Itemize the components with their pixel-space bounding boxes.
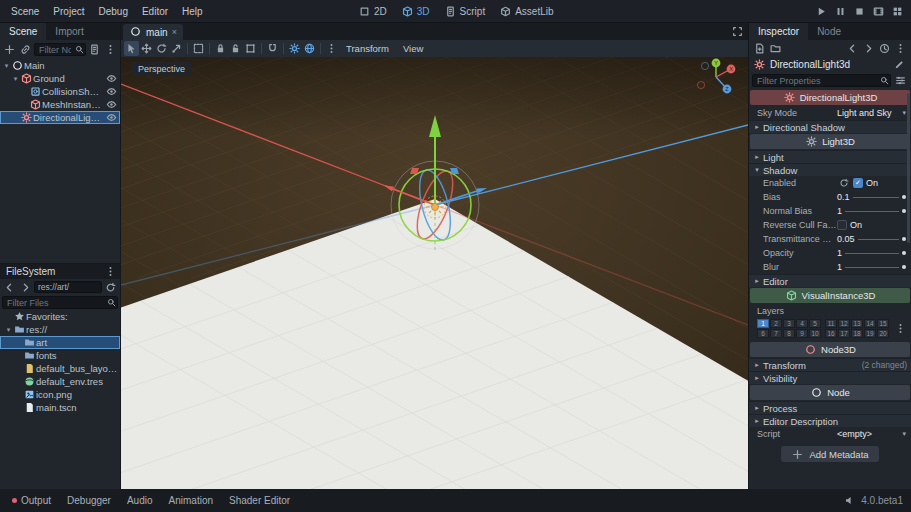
property-value[interactable]: 1: [837, 248, 911, 258]
filesystem-menu-button[interactable]: [103, 264, 118, 279]
scene-node-directionallight3d[interactable]: DirectionalLight3d: [0, 111, 120, 124]
viewport-canvas[interactable]: Y X Z: [121, 57, 748, 489]
plus-button[interactable]: [2, 42, 17, 57]
history-button[interactable]: [877, 41, 892, 56]
slider-grabber[interactable]: [902, 251, 906, 255]
fs-item-art[interactable]: art: [0, 336, 120, 349]
inspector-scrollbar[interactable]: [907, 93, 910, 243]
category-node[interactable]: Node: [750, 385, 910, 400]
property-value[interactable]: Light and Sky▾: [837, 108, 911, 118]
fs-item-icon-png[interactable]: icon.png: [0, 388, 120, 401]
group-editor[interactable]: ▸Editor: [749, 274, 911, 287]
workspace-3d[interactable]: 3D: [395, 5, 436, 18]
property-value[interactable]: 0.05: [837, 234, 911, 244]
scene-node-collisionshape3d[interactable]: CollisionShape3d: [0, 85, 120, 98]
group-visibility[interactable]: ▸Visibility: [749, 371, 911, 384]
load-resource-button[interactable]: [768, 41, 783, 56]
tab-inspector[interactable]: Inspector: [749, 23, 808, 40]
scene-node-main[interactable]: ▾Main: [0, 59, 120, 72]
nav-forward-button[interactable]: [18, 280, 33, 295]
link-button[interactable]: [18, 42, 33, 57]
pause-button[interactable]: [832, 3, 849, 20]
edit-object-button[interactable]: [892, 57, 907, 72]
visibility-toggle[interactable]: [104, 98, 118, 111]
workspace-2d[interactable]: 2D: [352, 5, 393, 18]
category-light3d[interactable]: Light3D: [750, 134, 910, 149]
layer-1[interactable]: 1: [757, 319, 769, 328]
slider-grabber[interactable]: [902, 265, 906, 269]
filter-files-input[interactable]: [2, 296, 118, 309]
checkbox[interactable]: [837, 220, 847, 230]
slider-grabber[interactable]: [902, 237, 906, 241]
rescan-button[interactable]: [103, 280, 118, 295]
viewport-menu-transform[interactable]: Transform: [339, 43, 396, 54]
layer-5[interactable]: 5: [809, 319, 821, 328]
more-button[interactable]: [103, 42, 118, 57]
value-slider[interactable]: [845, 211, 899, 212]
group-process[interactable]: ▸Process: [749, 401, 911, 414]
layer-11[interactable]: 11: [825, 319, 837, 328]
snap-tool-button[interactable]: [265, 41, 280, 56]
filter-properties-input[interactable]: [752, 74, 891, 87]
layer-6[interactable]: 6: [757, 329, 769, 338]
scene-tab-main[interactable]: main ×: [123, 24, 183, 40]
tab-node[interactable]: Node: [808, 23, 850, 40]
group-directional-shadow[interactable]: ▸Directional Shadow: [749, 120, 911, 133]
inspector-menu-button[interactable]: [893, 41, 908, 56]
layer-2[interactable]: 2: [770, 319, 782, 328]
bottom-tab-output[interactable]: Output: [4, 489, 59, 512]
layer-8[interactable]: 8: [783, 329, 795, 338]
menu-scene[interactable]: Scene: [4, 6, 46, 17]
property-value[interactable]: 0.1: [837, 192, 911, 202]
visibility-toggle[interactable]: [104, 111, 118, 124]
fs-item-default-env-tres[interactable]: default_env.tres: [0, 375, 120, 388]
menu-editor[interactable]: Editor: [135, 6, 175, 17]
property-value[interactable]: On: [837, 220, 911, 230]
revert-icon[interactable]: [837, 177, 850, 190]
layer-15[interactable]: 15: [877, 319, 889, 328]
fs-item-res[interactable]: ▾res://: [0, 323, 120, 336]
region-tool-button[interactable]: [191, 41, 206, 56]
scale-tool-button[interactable]: [169, 41, 184, 56]
path-box[interactable]: res://art/: [34, 281, 102, 293]
layer-20[interactable]: 20: [877, 329, 889, 338]
stop-button[interactable]: [851, 3, 868, 20]
property-value[interactable]: 1: [837, 262, 911, 272]
dotsv-tool-button[interactable]: [324, 41, 339, 56]
layer-12[interactable]: 12: [838, 319, 850, 328]
close-tab-icon[interactable]: ×: [172, 27, 177, 37]
rotate-tool-button[interactable]: [154, 41, 169, 56]
value-slider[interactable]: [853, 197, 899, 198]
world-tool-button[interactable]: [302, 41, 317, 56]
unlock-tool-button[interactable]: [228, 41, 243, 56]
layer-9[interactable]: 9: [796, 329, 808, 338]
layer-14[interactable]: 14: [864, 319, 876, 328]
viewport-3d[interactable]: Y X Z Perspective: [121, 57, 748, 489]
group-transform[interactable]: ▸Transform(2 changed): [749, 358, 911, 371]
layer-19[interactable]: 19: [864, 329, 876, 338]
distraction-free-button[interactable]: [731, 25, 744, 39]
history-forward-button[interactable]: [861, 41, 876, 56]
bottom-tab-shader-editor[interactable]: Shader Editor: [221, 489, 298, 512]
layers-menu-button[interactable]: [893, 321, 908, 336]
movie-button[interactable]: [870, 3, 887, 20]
layer-17[interactable]: 17: [838, 329, 850, 338]
new-resource-button[interactable]: [752, 41, 767, 56]
layer-10[interactable]: 10: [809, 329, 821, 338]
grid4-button[interactable]: [889, 3, 906, 20]
sun-tool-button[interactable]: [287, 41, 302, 56]
play-button[interactable]: [813, 3, 830, 20]
fs-item-fonts[interactable]: fonts: [0, 349, 120, 362]
layer-13[interactable]: 13: [851, 319, 863, 328]
layer-16[interactable]: 16: [825, 329, 837, 338]
expander-icon[interactable]: ▾: [4, 326, 13, 334]
property-value[interactable]: <empty>▾: [837, 429, 911, 439]
property-tools-button[interactable]: [893, 73, 908, 88]
group-shadow[interactable]: ▾Shadow: [749, 163, 911, 176]
expander-icon[interactable]: ▾: [11, 75, 20, 83]
nav-back-button[interactable]: [2, 280, 17, 295]
category-visualinstance3d[interactable]: VisualInstance3D: [750, 288, 910, 303]
cursor-tool-button[interactable]: [124, 41, 139, 56]
scene-node-ground[interactable]: ▾Ground: [0, 72, 120, 85]
group-light[interactable]: ▸Light: [749, 150, 911, 163]
